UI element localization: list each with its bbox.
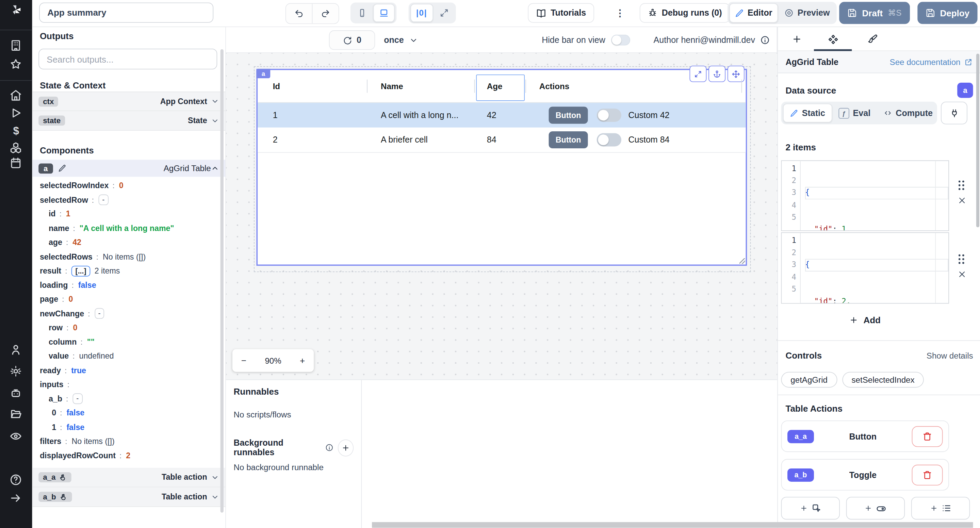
editor-mode-button[interactable]: Editor <box>729 3 778 23</box>
output-prop-row[interactable]: id:1 <box>32 207 226 221</box>
info-icon[interactable] <box>760 35 770 45</box>
settings-scrollbar[interactable] <box>976 54 979 227</box>
row-toggle[interactable] <box>597 134 621 146</box>
output-prop-row[interactable]: name:"A cell with a long name" <box>32 221 226 235</box>
output-prop-row[interactable]: a_b:- <box>32 391 226 406</box>
zoom-in-button[interactable]: + <box>300 356 305 366</box>
tab-insert-component[interactable] <box>778 27 816 51</box>
code-content[interactable]: { "id": 2, "name": "A briefer cell", "ag… <box>801 233 948 303</box>
resize-handle[interactable] <box>740 258 745 264</box>
json-editor-item-1[interactable]: 12345 { "id": 1, "name": "A cell with a … <box>781 160 949 231</box>
output-prop-row[interactable]: 1:false <box>32 420 226 434</box>
runs-icon[interactable] <box>10 107 23 120</box>
output-prop-row[interactable]: selectedRowIndex:0 <box>32 179 226 193</box>
undo-button[interactable] <box>286 4 312 24</box>
tab-component-settings[interactable] <box>814 27 852 51</box>
output-prop-row[interactable]: column:"" <box>32 335 226 349</box>
outputs-scrollbar[interactable] <box>221 49 224 513</box>
row-action-button[interactable]: Button <box>549 107 588 124</box>
folders-icon[interactable] <box>10 408 23 421</box>
chevron-down-icon[interactable] <box>211 97 219 105</box>
windmill-logo[interactable] <box>10 3 23 16</box>
workers-icon[interactable] <box>10 387 23 401</box>
schedule-dropdown[interactable]: once <box>384 30 417 50</box>
table-action-card-button[interactable]: a_a Button <box>781 420 949 452</box>
output-prop-row[interactable]: value:undefined <box>32 349 226 363</box>
add-item-button[interactable]: Add <box>781 311 949 329</box>
settings-icon[interactable] <box>10 365 23 378</box>
output-prop-row[interactable]: page:0 <box>32 292 226 307</box>
drag-handle-icon[interactable] <box>959 181 965 191</box>
ctx-row[interactable]: ctx App Context <box>32 92 226 111</box>
chevron-up-icon[interactable] <box>211 164 219 172</box>
horizontal-scrollbar[interactable] <box>372 522 973 528</box>
draft-button[interactable]: Draft ⌘S <box>839 2 910 24</box>
collapse-box[interactable]: - <box>94 308 104 319</box>
favorites-icon[interactable] <box>10 58 23 72</box>
more-vertical-icon[interactable]: ⋮ <box>614 3 627 23</box>
expand-array-box[interactable]: [...] <box>72 266 90 277</box>
collapse-box[interactable]: - <box>73 394 82 404</box>
output-prop-row[interactable]: row:0 <box>32 321 226 335</box>
expand-sidebar-icon[interactable] <box>10 492 23 505</box>
resources-icon[interactable] <box>10 142 23 155</box>
row-toggle[interactable] <box>597 108 621 122</box>
preview-mode-button[interactable]: Preview <box>779 4 835 22</box>
chevron-down-icon[interactable] <box>211 493 219 501</box>
add-toggle-action-button[interactable] <box>846 497 905 520</box>
tutorials-button[interactable]: Tutorials <box>528 3 594 23</box>
app-summary-input[interactable] <box>39 2 213 22</box>
table-action-row-a_a[interactable]: a_a Table action <box>32 468 226 488</box>
compute-source-button[interactable]: Compute <box>877 103 939 122</box>
pencil-icon[interactable] <box>58 164 66 172</box>
output-prop-row[interactable]: age:42 <box>32 235 226 250</box>
delete-item-icon[interactable] <box>958 196 966 204</box>
table-action-row-a_b[interactable]: a_b Table action <box>32 488 226 507</box>
hide-bar-toggle[interactable] <box>611 35 630 46</box>
setselectedindex-button[interactable]: setSelectedIndex <box>842 372 924 388</box>
output-prop-row[interactable]: filters:No items ([]) <box>32 434 226 449</box>
output-prop-row[interactable]: inputs: <box>32 378 226 392</box>
header-cell-id[interactable]: Id <box>273 70 280 102</box>
zoom-out-button[interactable]: − <box>241 356 247 366</box>
code-content[interactable]: { "id": 1, "name": "A cell with a long "… <box>801 161 948 230</box>
add-select-action-button[interactable] <box>911 497 970 520</box>
aggrid-table-component[interactable]: a Id Name Age Actions <box>256 69 747 266</box>
output-prop-row[interactable]: ready:true <box>32 363 226 378</box>
home-icon[interactable] <box>10 89 23 102</box>
add-background-runnable-button[interactable] <box>337 439 353 456</box>
desktop-view-button[interactable] <box>373 4 395 22</box>
collapse-box[interactable]: - <box>98 195 108 205</box>
getaggrid-button[interactable]: getAgGrid <box>781 372 837 388</box>
header-cell-name[interactable]: Name <box>381 70 403 102</box>
audit-logs-icon[interactable] <box>10 430 23 443</box>
redo-button[interactable] <box>312 4 339 24</box>
workspace-icon[interactable] <box>10 39 23 52</box>
chevron-down-icon[interactable] <box>211 473 219 481</box>
connect-output-button[interactable] <box>941 102 967 124</box>
search-outputs-input[interactable] <box>38 49 217 69</box>
output-prop-row[interactable]: displayedRowCount:2 <box>32 448 226 463</box>
refresh-button[interactable]: 0 <box>329 30 375 50</box>
output-prop-row[interactable]: result:[...]2 items <box>32 264 226 278</box>
table-row-selected[interactable]: 1 A cell with a long n... 42 Button Cust… <box>258 103 746 127</box>
header-cell-actions[interactable]: Actions <box>539 70 569 102</box>
output-prop-row[interactable]: selectedRow:- <box>32 193 226 207</box>
chevron-down-icon[interactable] <box>211 116 219 124</box>
delete-item-icon[interactable] <box>958 270 966 278</box>
show-details-link[interactable]: Show details <box>927 351 973 360</box>
info-icon[interactable] <box>325 443 333 452</box>
table-row[interactable]: 2 A briefer cell 84 Button Custom 84 <box>258 127 746 153</box>
debug-runs-button[interactable]: Debug runs (0) <box>640 3 730 23</box>
delete-action-button[interactable] <box>912 426 943 447</box>
tab-styling[interactable] <box>854 27 891 51</box>
delete-action-button[interactable] <box>912 464 943 485</box>
row-action-button[interactable]: Button <box>549 131 588 148</box>
table-action-card-toggle[interactable]: a_b Toggle <box>781 459 949 491</box>
schedules-icon[interactable] <box>10 156 23 170</box>
mobile-view-button[interactable] <box>352 5 372 21</box>
static-source-button[interactable]: Static <box>783 103 832 122</box>
deploy-button[interactable]: Deploy <box>917 2 977 24</box>
full-width-button[interactable] <box>434 5 454 21</box>
drag-handle-icon[interactable] <box>959 254 965 265</box>
